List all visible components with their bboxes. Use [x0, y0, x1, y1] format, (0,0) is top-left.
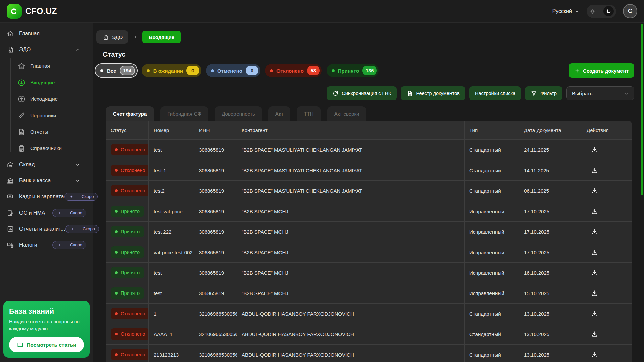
brand-logo[interactable]	[7, 4, 22, 19]
tab-reconciliation-act[interactable]: Акт сверки	[327, 106, 367, 121]
sidebar-item-bank-cash[interactable]: Банк и касса	[3, 173, 90, 189]
status-badge-label: Принято	[121, 209, 140, 214]
sidebar-item-edo[interactable]: ЭДО	[3, 42, 90, 58]
sidebar-item-incoming[interactable]: Входящие	[3, 74, 90, 91]
download-button[interactable]	[590, 247, 600, 257]
download-icon	[591, 167, 598, 174]
download-button[interactable]	[590, 288, 600, 298]
date-cell: 15.10.2025	[519, 283, 582, 304]
file-report-icon	[17, 128, 26, 136]
soon-badge: Скоро	[52, 209, 86, 217]
select-dropdown[interactable]: Выбрать	[566, 86, 634, 100]
date-cell: 13.10.2025	[519, 324, 582, 345]
status-heading: Статус	[103, 51, 634, 58]
date-cell: 17.10.2025	[519, 201, 582, 222]
sidebar-item-reports-analytics[interactable]: Отчеты и аналит...Скоро	[3, 221, 90, 237]
sidebar-item-label: Банк и касса	[19, 178, 51, 184]
soon-badge-label: Скоро	[70, 242, 82, 247]
inn-cell: 32106966530056	[194, 345, 237, 362]
status-chip-accepted[interactable]: Принято136	[327, 64, 379, 77]
book-icon	[17, 342, 24, 348]
status-dot	[115, 292, 118, 295]
column-header-3: Контрагент	[237, 121, 465, 140]
chevron-down-icon	[74, 178, 81, 184]
download-button[interactable]	[590, 350, 600, 360]
sidebar-item-directories[interactable]: Справочники	[3, 140, 90, 156]
breadcrumb-incoming[interactable]: Входящие	[142, 31, 181, 43]
download-button[interactable]	[590, 329, 600, 339]
inn-cell: 306865819	[194, 222, 237, 242]
sidebar-item-home[interactable]: Главная	[3, 26, 90, 42]
tab-hybrid-invoice[interactable]: Гибридная СФ	[160, 106, 208, 121]
user-avatar[interactable]: C	[623, 4, 637, 18]
download-button[interactable]	[590, 145, 600, 155]
sidebar-item-label: Главная	[19, 31, 40, 37]
status-chip-all[interactable]: Все194	[95, 64, 137, 77]
sidebar-item-drafts[interactable]: Черновики	[3, 107, 90, 124]
toolbar-button-label: Синхронизация с ГНК	[342, 91, 391, 96]
sun-icon	[589, 8, 596, 15]
status-chip-pending[interactable]: В ожидании0	[142, 64, 201, 77]
download-button[interactable]	[590, 206, 600, 216]
tab-power-of-attorney[interactable]: Доверенность	[215, 106, 262, 121]
date-cell: 13.10.2025	[519, 304, 582, 324]
type-cell: Исправленный	[465, 222, 519, 242]
inn-cell: 306865819	[194, 263, 237, 283]
sidebar-subitem-label: Исходящие	[30, 96, 58, 102]
contragent-cell: "B2B SPACE" MCHJ	[237, 201, 465, 222]
chevron-right-icon	[133, 34, 138, 40]
download-button[interactable]	[590, 165, 600, 175]
sidebar-item-warehouse[interactable]: Склад	[3, 156, 90, 173]
sidebar-item-reports[interactable]: Отчеты	[3, 124, 90, 140]
chevron-down-icon	[574, 9, 580, 14]
inn-cell: 306865819	[194, 242, 237, 263]
download-button[interactable]	[590, 186, 600, 196]
status-badge: Принято	[111, 226, 144, 237]
language-selector[interactable]: Русский	[552, 8, 580, 14]
sidebar-item-fixed-assets[interactable]: ОС и НМАСкоро	[3, 205, 90, 221]
sidebar-item-outgoing[interactable]: Исходящие	[3, 91, 90, 107]
sparkle-icon	[68, 195, 75, 199]
filter-button[interactable]: Фильтр	[525, 86, 562, 100]
tab-act[interactable]: Акт	[268, 106, 291, 121]
sidebar-item-edo-home[interactable]: Главная	[3, 58, 90, 74]
sidebar-item-hr-payroll[interactable]: Кадры и зарплатаСкоро	[3, 189, 90, 205]
breadcrumb-edo[interactable]: ЭДО	[96, 30, 128, 44]
inn-cell: 32106966530056	[194, 304, 237, 324]
sidebar-item-taxes[interactable]: НалогиСкоро	[3, 237, 90, 253]
status-cell: Отклонено	[106, 160, 149, 181]
theme-toggle[interactable]	[587, 5, 616, 18]
type-cell: Стандартный	[465, 304, 519, 324]
download-button[interactable]	[590, 268, 600, 278]
status-chip-rejected[interactable]: Отклонено58	[265, 64, 322, 77]
sync-gnk-button[interactable]: Синхронизация с ГНК	[327, 86, 397, 100]
number-cell: 1	[149, 304, 194, 324]
topbar-actions: Русский C	[552, 4, 637, 18]
sidebar-submenu-edo: ГлавнаяВходящиеИсходящиеЧерновикиОтчетыС…	[3, 58, 90, 156]
download-button[interactable]	[590, 227, 600, 237]
sidebar-collapse-button[interactable]	[67, 8, 73, 15]
document-registry-button[interactable]: Реестр документов	[401, 86, 465, 100]
tab-invoice[interactable]: Счет фактура	[106, 106, 154, 121]
list-settings-button[interactable]: Настройки списка	[469, 86, 521, 100]
sidebar-item-label: Склад	[19, 162, 35, 168]
contragent-cell: ABDUL-QODIR HASANBOY FARXODJONOVICH	[237, 345, 465, 362]
tab-ttn[interactable]: ТТН	[297, 106, 320, 121]
contragent-cell: ABDUL-QODIR HASANBOY FARXODJONOVICH	[237, 324, 465, 345]
page-scrollbar[interactable]	[641, 24, 643, 195]
status-dot	[115, 251, 118, 254]
analytics-icon	[7, 225, 14, 233]
table-row: Принятоtest306865819"B2B SPACE" MCHJИспр…	[106, 283, 632, 304]
status-cell: Принято	[106, 201, 149, 222]
type-cell: Стандартный	[465, 181, 519, 201]
brand-name: CFO.UZ	[25, 6, 57, 16]
download-button[interactable]	[590, 309, 600, 319]
top-bar: CFO.UZ Русский C	[0, 0, 644, 23]
status-chip-cancelled[interactable]: Отменено0	[206, 64, 260, 77]
create-document-button[interactable]: Создать документ	[569, 63, 634, 78]
plus-icon	[574, 68, 580, 74]
inn-cell: 306865819	[194, 181, 237, 201]
taxes-icon	[7, 241, 14, 249]
soon-badge-label: Скоро	[70, 210, 82, 215]
view-articles-button[interactable]: Посмотреть статьи	[9, 337, 84, 352]
